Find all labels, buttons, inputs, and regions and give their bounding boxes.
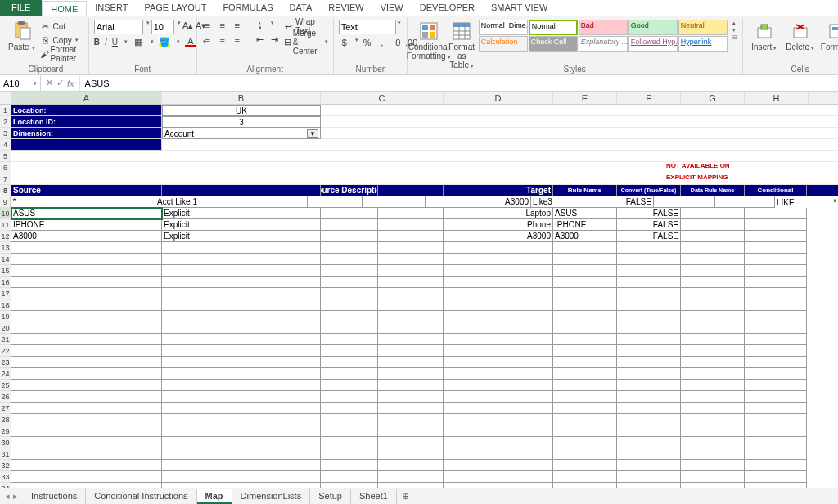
row-header[interactable]: 8 <box>0 185 11 196</box>
sheet-tab[interactable]: Conditional Instructions <box>86 489 196 504</box>
cell[interactable] <box>681 437 745 448</box>
row-header[interactable]: 25 <box>0 380 11 391</box>
cell[interactable] <box>745 448 807 460</box>
col-header-h[interactable]: H <box>745 92 809 104</box>
row-header[interactable]: 17 <box>0 288 11 299</box>
cell[interactable] <box>321 368 378 380</box>
row-header[interactable]: 19 <box>0 311 11 322</box>
dropdown-icon[interactable]: ▼ <box>307 129 318 138</box>
row-header[interactable]: 14 <box>0 254 11 265</box>
cell[interactable] <box>378 391 444 403</box>
cell[interactable] <box>681 391 745 403</box>
cell[interactable] <box>378 265 444 277</box>
cell[interactable] <box>321 460 378 471</box>
cell[interactable] <box>553 448 617 460</box>
cell[interactable] <box>11 425 162 437</box>
cell[interactable] <box>378 334 444 345</box>
cell[interactable] <box>378 311 444 322</box>
cell[interactable] <box>444 425 553 437</box>
cell[interactable] <box>444 471 553 483</box>
cell[interactable] <box>617 277 681 288</box>
cell[interactable] <box>681 242 745 254</box>
row-header[interactable]: 4 <box>0 139 11 151</box>
cell[interactable]: UK <box>162 105 321 116</box>
cell[interactable] <box>321 357 378 368</box>
cell[interactable] <box>681 208 745 219</box>
cell[interactable] <box>745 460 807 471</box>
cell[interactable] <box>444 448 553 460</box>
tab-file[interactable]: FILE <box>0 0 42 16</box>
cell[interactable] <box>444 437 553 448</box>
cell[interactable] <box>11 448 162 460</box>
cell[interactable] <box>745 311 807 322</box>
cell[interactable] <box>553 380 617 391</box>
style-cell[interactable]: Normal <box>529 20 578 35</box>
cell[interactable] <box>444 265 553 277</box>
cell[interactable] <box>162 288 321 299</box>
row-header[interactable]: 26 <box>0 391 11 403</box>
align-top-icon[interactable]: ≡ <box>202 20 214 31</box>
cell[interactable] <box>11 322 162 334</box>
cell[interactable] <box>321 208 378 219</box>
border-icon[interactable]: ▦ <box>133 36 144 47</box>
row-header[interactable]: 3 <box>0 128 11 139</box>
cell[interactable] <box>553 277 617 288</box>
cell[interactable]: Location: <box>11 105 162 116</box>
cell[interactable] <box>617 254 681 265</box>
cell[interactable] <box>681 460 745 471</box>
cell[interactable] <box>553 471 617 483</box>
cell[interactable] <box>617 403 681 414</box>
style-cell[interactable]: Check Cell <box>529 36 578 52</box>
cell[interactable]: Dimension: <box>11 128 162 139</box>
cell[interactable] <box>162 334 321 345</box>
cell[interactable] <box>11 471 162 483</box>
cell[interactable] <box>321 471 378 483</box>
cell[interactable] <box>681 334 745 345</box>
cell[interactable] <box>11 460 162 471</box>
cell[interactable] <box>378 403 444 414</box>
cell[interactable] <box>378 345 444 357</box>
cell[interactable] <box>681 357 745 368</box>
cell[interactable] <box>11 380 162 391</box>
cell[interactable] <box>321 448 378 460</box>
cell[interactable] <box>617 322 681 334</box>
align-middle-icon[interactable]: ≡ <box>217 20 228 31</box>
cell[interactable] <box>444 288 553 299</box>
conditional-formatting-button[interactable]: Conditional Formatting▾ <box>412 20 445 61</box>
cell[interactable]: IPHONE <box>11 219 162 231</box>
cell[interactable]: Laptop <box>444 208 553 219</box>
cell[interactable] <box>162 460 321 471</box>
percent-icon[interactable]: % <box>362 37 373 48</box>
cell[interactable] <box>617 265 681 277</box>
cell[interactable] <box>553 334 617 345</box>
cell[interactable] <box>745 345 807 357</box>
cell[interactable] <box>11 242 162 254</box>
sheet-tab[interactable]: Instructions <box>23 489 86 504</box>
tab-data[interactable]: DATA <box>282 0 321 16</box>
col-header-d[interactable]: D <box>444 92 553 104</box>
cell[interactable] <box>444 345 553 357</box>
cell[interactable] <box>745 425 807 437</box>
row-header[interactable]: 23 <box>0 357 11 368</box>
increase-font-icon[interactable]: A▴ <box>182 20 194 31</box>
cell[interactable] <box>444 460 553 471</box>
row-header[interactable]: 33 <box>0 471 11 483</box>
row-header[interactable]: 7 <box>0 173 11 185</box>
cell[interactable] <box>553 391 617 403</box>
row-header[interactable]: 32 <box>0 460 11 471</box>
cell[interactable] <box>681 219 745 231</box>
cell[interactable] <box>681 414 745 425</box>
cell[interactable] <box>162 391 321 403</box>
cell[interactable] <box>553 311 617 322</box>
delete-button[interactable]: Delete▾ <box>784 20 817 52</box>
cell[interactable] <box>378 471 444 483</box>
cell[interactable] <box>378 288 444 299</box>
fill-color-icon[interactable]: 🪣 <box>159 36 170 47</box>
italic-button[interactable]: I <box>105 38 107 47</box>
cell[interactable] <box>321 311 378 322</box>
cell[interactable] <box>745 219 807 231</box>
cell[interactable] <box>617 391 681 403</box>
cell[interactable] <box>378 368 444 380</box>
fx-icon[interactable]: fx <box>67 79 74 88</box>
cell[interactable] <box>617 380 681 391</box>
